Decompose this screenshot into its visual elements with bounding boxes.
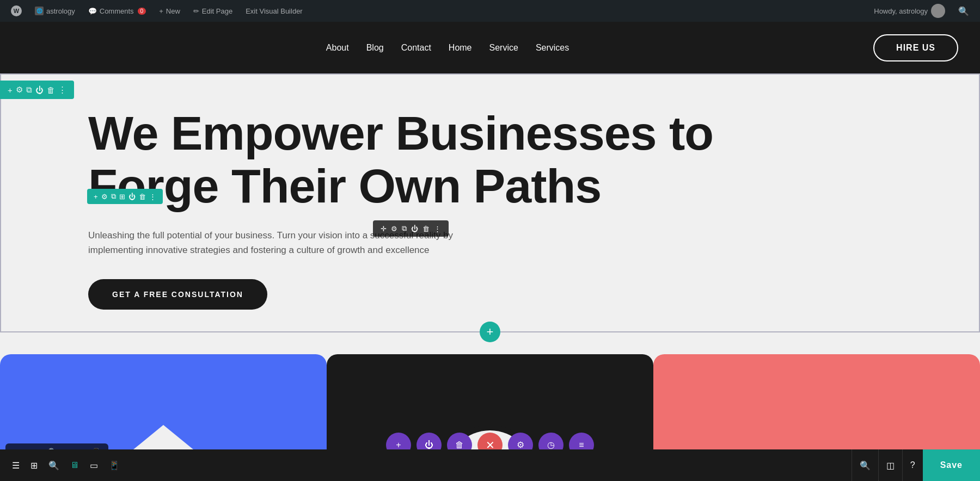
admin-bar-left: W 🌐 astrology 💬 Comments 0 + New ✏ Edit … xyxy=(5,0,868,22)
admin-search-icon[interactable]: 🔍 xyxy=(953,6,975,16)
module-delete-icon[interactable]: 🗑 xyxy=(422,225,430,233)
pencil-icon: ✏ xyxy=(193,7,199,15)
page-toolbar: + ⚙ ⧉ ⏻ 🗑 ⋮ xyxy=(0,81,74,99)
new-button[interactable]: + New xyxy=(154,0,186,22)
row-toolbar: + ⚙ ⧉ ⊞ ⏻ 🗑 ⋮ xyxy=(87,189,163,204)
bbb-list-icon[interactable]: ☰ xyxy=(8,456,24,475)
add-section-button[interactable]: + xyxy=(480,322,500,342)
avatar xyxy=(931,4,945,18)
admin-bar-right: Howdy, astrology 🔍 xyxy=(868,4,975,18)
site-icon: 🌐 xyxy=(35,7,44,15)
plus-icon: + xyxy=(159,7,163,15)
row-add-icon[interactable]: + xyxy=(94,193,98,201)
page-settings-icon[interactable]: ⚙ xyxy=(16,85,23,95)
site-name-label: astrology xyxy=(46,7,75,15)
edit-page-button[interactable]: ✏ Edit Page xyxy=(188,0,238,22)
row-power-icon[interactable]: ⏻ xyxy=(128,193,136,201)
nav-services[interactable]: Services xyxy=(536,43,569,53)
nav-contact[interactable]: Contact xyxy=(401,43,431,53)
bbb-mobile-icon[interactable]: 📱 xyxy=(105,456,124,475)
bbb-search-icon[interactable]: 🔍 xyxy=(44,456,64,475)
wp-logo-button[interactable]: W xyxy=(5,0,27,22)
module-power-icon[interactable]: ⏻ xyxy=(411,225,418,233)
main-content: + ⚙ ⧉ ⊞ ⏻ 🗑 ⋮ ✛ ⚙ ⧉ ⏻ 🗑 ⋮ We Empower Bus… xyxy=(0,73,980,474)
bbb-tablet-icon[interactable]: ▭ xyxy=(85,456,102,475)
admin-bar: W 🌐 astrology 💬 Comments 0 + New ✏ Edit … xyxy=(0,0,980,22)
hero-heading: We Empower Businesses to Forge Their Own… xyxy=(88,107,892,213)
row-more-icon[interactable]: ⋮ xyxy=(149,193,156,201)
module-toolbar: ✛ ⚙ ⧉ ⏻ 🗑 ⋮ xyxy=(373,220,449,237)
nav-home[interactable]: Home xyxy=(449,43,472,53)
nav-links: About Blog Contact Home Service Services xyxy=(22,43,873,53)
new-label: New xyxy=(166,7,180,15)
comments-count: 0 xyxy=(138,8,146,15)
bbb-grid-icon[interactable]: ⊞ xyxy=(26,456,42,475)
wp-logo-icon: W xyxy=(11,5,22,16)
module-move-icon[interactable]: ✛ xyxy=(381,225,387,233)
nav-about[interactable]: About xyxy=(326,43,349,53)
module-more-icon[interactable]: ⋮ xyxy=(434,225,441,233)
nav-bar: About Blog Contact Home Service Services… xyxy=(0,22,980,73)
save-button[interactable]: Save xyxy=(923,449,980,481)
module-clone-icon[interactable]: ⧉ xyxy=(402,224,407,233)
row-columns-icon[interactable]: ⊞ xyxy=(119,193,125,201)
row-delete-icon[interactable]: 🗑 xyxy=(139,193,146,201)
module-settings-icon[interactable]: ⚙ xyxy=(391,225,397,233)
comments-label: Comments xyxy=(100,7,134,15)
bbb-right-help-icon[interactable]: ? xyxy=(902,449,923,481)
bbb-right-search-icon[interactable]: 🔍 xyxy=(852,449,878,481)
nav-service[interactable]: Service xyxy=(489,43,518,53)
row-settings-icon[interactable]: ⚙ xyxy=(101,193,108,201)
page-clone-icon[interactable]: ⧉ xyxy=(26,85,32,95)
site-name-button[interactable]: 🌐 astrology xyxy=(29,0,81,22)
howdy-label: Howdy, astrology xyxy=(868,4,951,18)
page-delete-icon[interactable]: 🗑 xyxy=(47,85,55,95)
exit-builder-button[interactable]: Exit Visual Builder xyxy=(240,0,308,22)
bbb-desktop-icon[interactable]: 🖥 xyxy=(66,456,83,474)
page-more-icon[interactable]: ⋮ xyxy=(58,85,66,95)
comment-icon: 💬 xyxy=(88,7,97,15)
exit-builder-label: Exit Visual Builder xyxy=(246,7,303,15)
cta-button[interactable]: GET A FREE CONSULTATION xyxy=(88,279,267,310)
hire-us-button[interactable]: HIRE US xyxy=(873,34,958,61)
page-power-icon[interactable]: ⏻ xyxy=(35,85,44,95)
comments-button[interactable]: 💬 Comments 0 xyxy=(83,0,151,22)
builder-bottom-left: ☰ ⊞ 🔍 🖥 ▭ 📱 xyxy=(0,456,132,475)
builder-bottom-right: 🔍 ◫ ? Save xyxy=(852,449,980,481)
nav-blog[interactable]: Blog xyxy=(366,43,384,53)
builder-bottom-bar: ☰ ⊞ 🔍 🖥 ▭ 📱 🔍 ◫ ? Save xyxy=(0,449,980,481)
row-clone-icon[interactable]: ⧉ xyxy=(111,192,116,201)
page-add-icon[interactable]: + xyxy=(8,85,13,95)
edit-page-label: Edit Page xyxy=(202,7,232,15)
bbb-right-layers-icon[interactable]: ◫ xyxy=(878,449,902,481)
